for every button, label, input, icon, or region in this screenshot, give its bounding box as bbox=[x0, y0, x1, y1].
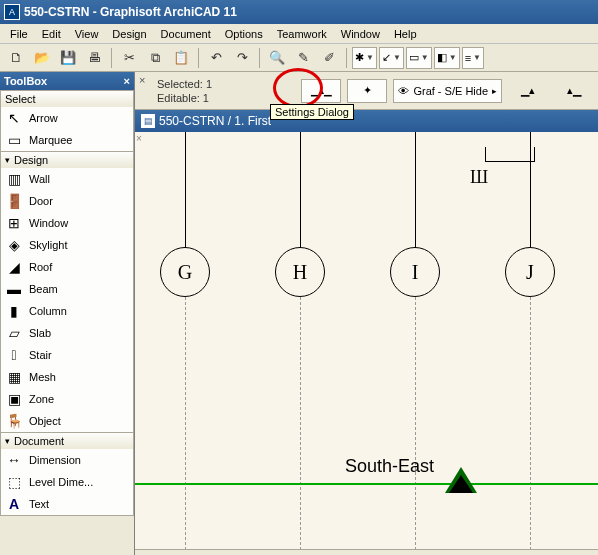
tool-door[interactable]: 🚪Door bbox=[1, 190, 133, 212]
section-line[interactable] bbox=[135, 483, 598, 485]
layer-dropdown[interactable]: ◧▼ bbox=[434, 47, 460, 69]
zoom-button[interactable]: 🔍 bbox=[265, 47, 289, 69]
separator bbox=[111, 48, 112, 68]
separator bbox=[346, 48, 347, 68]
chevron-down-icon: ▼ bbox=[473, 53, 481, 62]
close-icon[interactable]: × bbox=[124, 75, 130, 87]
snap-dropdown[interactable]: ✱▼ bbox=[352, 47, 377, 69]
section-design-header[interactable]: ▾Design bbox=[1, 151, 133, 168]
paste-button[interactable]: 📋 bbox=[169, 47, 193, 69]
tool-label: Roof bbox=[29, 261, 52, 273]
level-dim-icon: ⬚ bbox=[5, 473, 23, 491]
tool-label: Wall bbox=[29, 173, 50, 185]
document-tab[interactable]: ▤ 550-CSTRN / 1. First bbox=[135, 110, 598, 132]
tool-marquee[interactable]: ▭Marquee bbox=[1, 129, 133, 151]
wall-icon: ▥ bbox=[5, 170, 23, 188]
skylight-icon: ◈ bbox=[5, 236, 23, 254]
wand-button[interactable]: ✦ bbox=[347, 79, 387, 103]
right-pane: × Selected: 1 Editable: 1 ▁▴▁ ✦ 👁 Graf -… bbox=[135, 72, 598, 555]
tool-mesh[interactable]: ▦Mesh bbox=[1, 366, 133, 388]
tool-slab[interactable]: ▱Slab bbox=[1, 322, 133, 344]
tool-skylight[interactable]: ◈Skylight bbox=[1, 234, 133, 256]
tool-level-dimension[interactable]: ⬚Level Dime... bbox=[1, 471, 133, 493]
tool-wall[interactable]: ▥Wall bbox=[1, 168, 133, 190]
window-title: 550-CSTRN - Graphisoft ArchiCAD 11 bbox=[24, 5, 237, 19]
canvas-close-icon[interactable]: × bbox=[135, 132, 143, 145]
menu-edit[interactable]: Edit bbox=[36, 26, 67, 42]
copy-button[interactable]: ⧉ bbox=[143, 47, 167, 69]
tool-label: Beam bbox=[29, 283, 58, 295]
tool-column[interactable]: ▮Column bbox=[1, 300, 133, 322]
toolbox-title: ToolBox bbox=[4, 75, 47, 87]
canvas-bottom-strip bbox=[135, 549, 598, 555]
window-icon: ⊞ bbox=[5, 214, 23, 232]
tool-label: Mesh bbox=[29, 371, 56, 383]
chevron-down-icon: ▼ bbox=[393, 53, 401, 62]
geometry-b-button[interactable]: ▴▁ bbox=[554, 79, 594, 103]
toolbox-panel: ToolBox × Select ↖Arrow ▭Marquee ▾Design… bbox=[0, 72, 135, 555]
tool-label: Slab bbox=[29, 327, 51, 339]
tool-label: Stair bbox=[29, 349, 52, 361]
print-button[interactable]: 🖶 bbox=[82, 47, 106, 69]
new-button[interactable]: 🗋 bbox=[4, 47, 28, 69]
grid-stub bbox=[300, 132, 301, 252]
section-select-header[interactable]: Select bbox=[1, 90, 133, 107]
menu-help[interactable]: Help bbox=[388, 26, 423, 42]
inject-button[interactable]: ✐ bbox=[317, 47, 341, 69]
menu-view[interactable]: View bbox=[69, 26, 105, 42]
tool-window[interactable]: ⊞Window bbox=[1, 212, 133, 234]
section-document-header[interactable]: ▾Document bbox=[1, 432, 133, 449]
guide-dropdown[interactable]: ↙▼ bbox=[379, 47, 404, 69]
document-tab-label: 550-CSTRN / 1. First bbox=[159, 114, 271, 128]
tool-zone[interactable]: ▣Zone bbox=[1, 388, 133, 410]
tool-label: Level Dime... bbox=[29, 476, 93, 488]
settings-dialog-button[interactable]: ▁▴▁ bbox=[301, 79, 341, 103]
tool-label: Text bbox=[29, 498, 49, 510]
section-marker-icon[interactable] bbox=[445, 467, 477, 493]
menu-design[interactable]: Design bbox=[106, 26, 152, 42]
drawing-canvas[interactable]: × G H I J Ш South-East bbox=[135, 132, 598, 555]
zone-icon: ▣ bbox=[5, 390, 23, 408]
eyedropper-button[interactable]: ✎ bbox=[291, 47, 315, 69]
tool-beam[interactable]: ▬Beam bbox=[1, 278, 133, 300]
object-icon: 🪑 bbox=[5, 412, 23, 430]
grid-stub bbox=[415, 132, 416, 252]
menu-teamwork[interactable]: Teamwork bbox=[271, 26, 333, 42]
tool-roof[interactable]: ◢Roof bbox=[1, 256, 133, 278]
guide-icon: ↙ bbox=[382, 51, 391, 64]
tool-label: Door bbox=[29, 195, 53, 207]
selected-count: Selected: 1 bbox=[157, 77, 212, 91]
geom-b-icon: ▴▁ bbox=[567, 84, 581, 97]
visibility-dropdown[interactable]: 👁 Graf - S/E Hide ▸ bbox=[393, 79, 502, 103]
tool-label: Window bbox=[29, 217, 68, 229]
undo-button[interactable]: ↶ bbox=[204, 47, 228, 69]
tool-arrow[interactable]: ↖Arrow bbox=[1, 107, 133, 129]
app-icon: A bbox=[4, 4, 20, 20]
tool-stair[interactable]: 𓊍Stair bbox=[1, 344, 133, 366]
trace-dropdown[interactable]: ▭▼ bbox=[406, 47, 432, 69]
title-bar: A 550-CSTRN - Graphisoft ArchiCAD 11 bbox=[0, 0, 598, 24]
save-button[interactable]: 💾 bbox=[56, 47, 80, 69]
menu-options[interactable]: Options bbox=[219, 26, 269, 42]
pen-dropdown[interactable]: ≡▼ bbox=[462, 47, 484, 69]
mesh-icon: ▦ bbox=[5, 368, 23, 386]
eye-icon: 👁 bbox=[398, 85, 409, 97]
redo-button[interactable]: ↷ bbox=[230, 47, 254, 69]
document-icon: ▤ bbox=[141, 114, 155, 128]
menu-document[interactable]: Document bbox=[155, 26, 217, 42]
open-button[interactable]: 📂 bbox=[30, 47, 54, 69]
geometry-a-button[interactable]: ▁▴ bbox=[508, 79, 548, 103]
menu-window[interactable]: Window bbox=[335, 26, 386, 42]
cut-button[interactable]: ✂ bbox=[117, 47, 141, 69]
tool-text[interactable]: AText bbox=[1, 493, 133, 515]
marquee-icon: ▭ bbox=[5, 131, 23, 149]
menu-file[interactable]: File bbox=[4, 26, 34, 42]
section-label: South-East bbox=[345, 456, 434, 477]
tool-object[interactable]: 🪑Object bbox=[1, 410, 133, 432]
tool-dimension[interactable]: ↔Dimension bbox=[1, 449, 133, 471]
section-marker-icon: ▁▴▁ bbox=[311, 85, 332, 96]
section-select-label: Select bbox=[5, 93, 36, 105]
infobar-close-icon[interactable]: × bbox=[139, 74, 151, 86]
chevron-down-icon: ▼ bbox=[366, 53, 374, 62]
menu-bar: File Edit View Design Document Options T… bbox=[0, 24, 598, 44]
